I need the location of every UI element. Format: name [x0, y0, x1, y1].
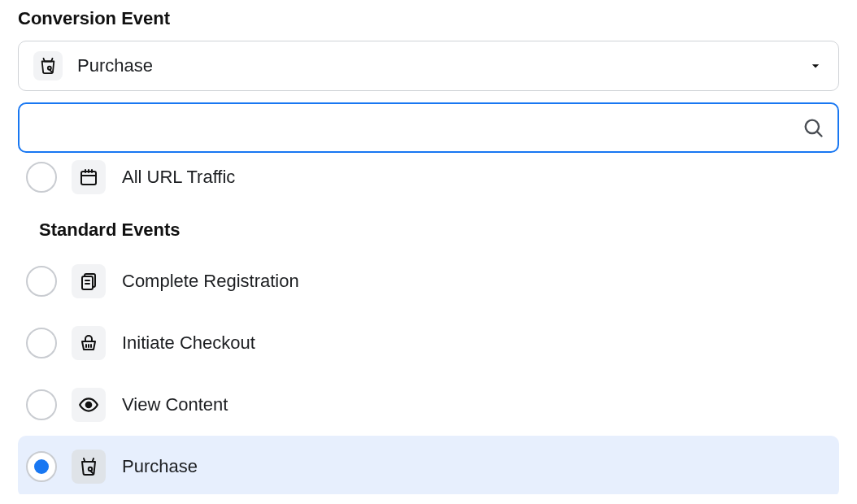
radio-unchecked[interactable] [26, 389, 57, 420]
field-label: Conversion Event [18, 8, 839, 29]
group-heading-standard-events: Standard Events [39, 219, 839, 241]
option-label: All URL Traffic [122, 167, 235, 188]
eye-icon [72, 388, 106, 422]
clipboard-icon [72, 264, 106, 298]
conversion-event-select[interactable]: Purchase [18, 41, 839, 91]
calendar-icon [72, 160, 106, 194]
svg-rect-3 [81, 172, 96, 185]
radio-checked[interactable] [26, 451, 57, 482]
search-input[interactable] [33, 104, 802, 151]
shopping-bag-icon [33, 51, 63, 80]
svg-point-16 [89, 467, 92, 471]
search-box[interactable] [18, 102, 839, 153]
svg-line-2 [817, 132, 822, 137]
basket-icon [72, 326, 106, 360]
option-all-url-traffic[interactable]: All URL Traffic [18, 154, 839, 200]
option-purchase[interactable]: Purchase [18, 436, 839, 494]
selected-value: Purchase [77, 55, 807, 76]
option-label: View Content [122, 394, 228, 415]
dropdown-panel: All URL Traffic Standard Events Complete… [18, 153, 839, 494]
option-label: Complete Registration [122, 271, 299, 292]
radio-unchecked[interactable] [26, 328, 57, 358]
chevron-down-icon [807, 58, 824, 74]
option-complete-registration[interactable]: Complete Registration [18, 250, 839, 312]
radio-unchecked[interactable] [26, 266, 57, 297]
option-label: Initiate Checkout [122, 332, 255, 354]
option-view-content[interactable]: View Content [18, 374, 839, 436]
search-icon [802, 116, 824, 139]
radio-unchecked[interactable] [26, 162, 57, 193]
option-label: Purchase [122, 456, 198, 477]
option-initiate-checkout[interactable]: Initiate Checkout [18, 312, 839, 374]
svg-point-15 [86, 402, 92, 408]
shopping-bag-icon [72, 450, 106, 484]
svg-point-0 [48, 67, 51, 70]
